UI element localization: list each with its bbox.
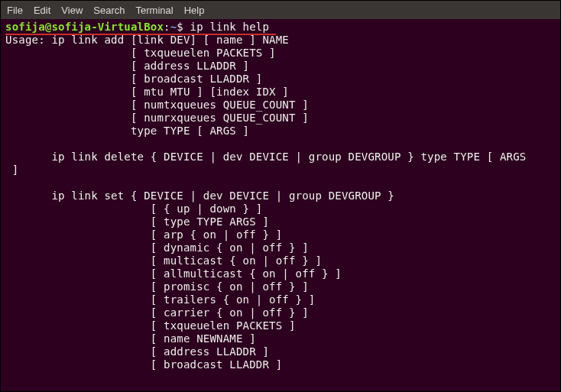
menu-help[interactable]: Help [184,5,205,16]
terminal-area[interactable]: sofija@sofija-VirtualBox:~$ ip link help… [1,19,560,391]
prompt-dollar: $ [177,21,190,33]
menubar: File Edit View Search Terminal Help [1,1,560,19]
menu-file[interactable]: File [7,5,23,16]
menu-edit[interactable]: Edit [34,5,50,16]
terminal-output: Usage: ip link add [link DEV] [ name ] N… [5,34,526,371]
prompt-colon: : [164,21,170,33]
prompt-userhost: sofija@sofija-VirtualBox [5,21,164,33]
command-text: ip link help [190,21,270,33]
menu-search[interactable]: Search [93,5,125,16]
menu-terminal[interactable]: Terminal [136,5,173,16]
menu-view[interactable]: View [61,5,83,16]
